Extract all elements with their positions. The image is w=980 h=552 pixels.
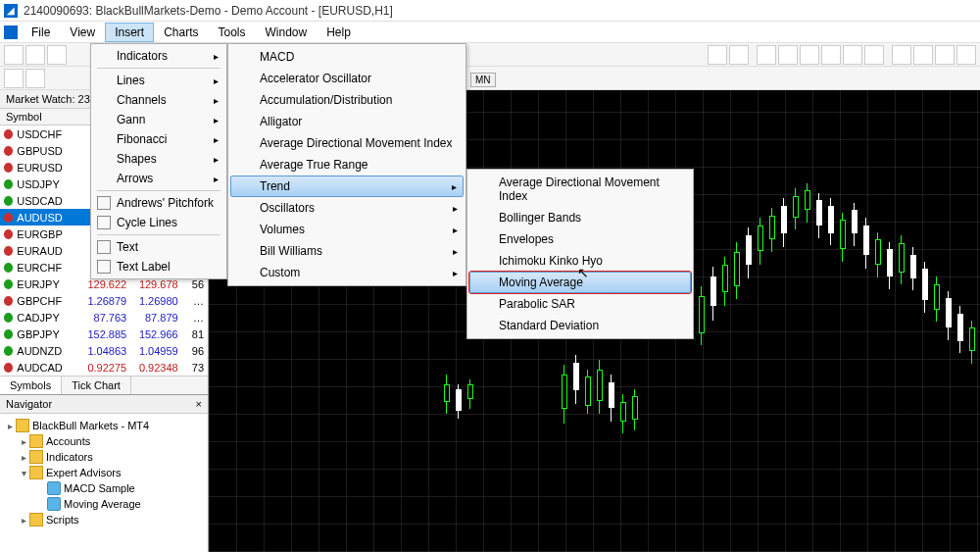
menu-item-standard-deviation[interactable]: Standard Deviation — [469, 315, 691, 336]
direction-icon — [4, 279, 13, 289]
toolbar-button[interactable] — [864, 45, 884, 65]
menu-item-trend[interactable]: Trend — [230, 176, 464, 197]
menu-item-text-label[interactable]: Text Label — [93, 257, 224, 276]
menu-item-gann[interactable]: Gann — [93, 110, 224, 129]
menu-item-envelopes[interactable]: Envelopes — [469, 228, 691, 250]
cursor-tool-icon[interactable] — [4, 69, 24, 88]
toolbar-button[interactable] — [843, 45, 862, 65]
menu-item-indicators[interactable]: Indicators — [93, 46, 224, 66]
symbol-name: GBPUSD — [17, 145, 78, 157]
menu-item-andrews-pitchfork[interactable]: Andrews' Pitchfork — [93, 193, 224, 213]
toolbar-button[interactable] — [935, 45, 955, 65]
menu-item-average-directional-movement-index[interactable]: Average Directional Movement Index — [469, 172, 691, 207]
menu-item-arrows[interactable]: Arrows — [93, 169, 224, 188]
tree-item[interactable]: MACD Sample — [4, 480, 204, 496]
tree-item[interactable]: ▾Expert Advisors — [4, 465, 204, 480]
menu-tools[interactable]: Tools — [209, 23, 256, 42]
symbol-name: EURUSD — [17, 162, 78, 174]
spread: … — [182, 312, 204, 324]
menu-item-parabolic-sar[interactable]: Parabolic SAR — [469, 293, 691, 315]
direction-icon — [4, 196, 13, 206]
direction-icon — [4, 313, 13, 323]
menu-item-alligator[interactable]: Alligator — [230, 111, 464, 132]
symbol-row[interactable]: CADJPY87.76387.879… — [0, 309, 208, 326]
node-icon — [47, 481, 61, 495]
folder-icon — [29, 466, 43, 479]
menu-item-fibonacci[interactable]: Fibonacci — [93, 129, 224, 149]
toolbar-button[interactable] — [708, 45, 727, 65]
ask-price: 152.966 — [130, 328, 177, 340]
menu-item-accumulation-distribution[interactable]: Accumulation/Distribution — [230, 89, 464, 111]
menu-item-accelerator-oscillator[interactable]: Accelerator Oscillator — [230, 68, 464, 89]
toolbar-button[interactable] — [729, 45, 749, 65]
direction-icon — [4, 179, 13, 189]
menu-item-channels[interactable]: Channels — [93, 90, 224, 110]
toolbar-button[interactable] — [821, 45, 841, 65]
menu-item-volumes[interactable]: Volumes — [230, 219, 464, 240]
symbol-row[interactable]: GBPCHF1.268791.26980… — [0, 292, 208, 309]
crosshair-tool-icon[interactable] — [25, 69, 45, 88]
symbol-name: AUDCAD — [17, 362, 78, 374]
symbol-name: EURAUD — [17, 245, 78, 257]
direction-icon — [4, 296, 13, 306]
tree-root[interactable]: BlackBull Markets - MT4 — [32, 420, 149, 431]
zoom-in-icon[interactable] — [757, 45, 776, 65]
tab-tick-chart[interactable]: Tick Chart — [62, 376, 131, 394]
toolbar-button[interactable] — [956, 45, 976, 65]
tree-item[interactable]: Moving Average — [4, 496, 204, 512]
menu-view[interactable]: View — [60, 23, 105, 42]
toolbar-button[interactable] — [913, 45, 933, 65]
tree-item[interactable]: ▸Accounts — [4, 433, 204, 449]
menu-item-average-true-range[interactable]: Average True Range — [230, 154, 464, 176]
menu-item-cycle-lines[interactable]: Cycle Lines — [93, 213, 224, 232]
symbol-row[interactable]: AUDCAD0.922750.9234873 — [0, 359, 208, 376]
tab-symbols[interactable]: Symbols — [0, 376, 62, 394]
menu-item-shapes[interactable]: Shapes — [93, 149, 224, 169]
bid-price: 1.04863 — [79, 345, 126, 357]
direction-icon — [4, 263, 13, 273]
menu-item-average-directional-movement-index[interactable]: Average Directional Movement Index — [230, 132, 464, 154]
navigator-header: Navigator — [6, 398, 52, 410]
close-icon[interactable]: × — [196, 398, 202, 410]
menu-item-macd[interactable]: MACD — [230, 46, 464, 68]
direction-icon — [4, 329, 13, 339]
direction-icon — [4, 246, 13, 256]
zoom-out-icon[interactable] — [778, 45, 798, 65]
toolbar-button[interactable] — [892, 45, 911, 65]
direction-icon — [4, 346, 13, 356]
menu-item-bollinger-bands[interactable]: Bollinger Bands — [469, 207, 691, 228]
menu-item-oscillators[interactable]: Oscillators — [230, 197, 464, 219]
menu-window[interactable]: Window — [256, 23, 318, 42]
timeframe-badge[interactable]: MN — [470, 73, 496, 87]
toolbar-button[interactable] — [4, 45, 24, 65]
toolbar-button[interactable] — [800, 45, 819, 65]
menu-insert[interactable]: Insert — [105, 23, 154, 42]
spread: 81 — [182, 328, 204, 340]
tree-item[interactable]: ▸Scripts — [4, 512, 204, 527]
indicators-submenu: MACDAccelerator OscillatorAccumulation/D… — [227, 43, 466, 286]
direction-icon — [4, 363, 13, 373]
symbol-row[interactable]: GBPJPY152.885152.96681 — [0, 326, 208, 342]
symbol-name: EURCHF — [17, 262, 78, 274]
menu-item-bill-williams[interactable]: Bill Williams — [230, 240, 464, 262]
menu-help[interactable]: Help — [317, 23, 361, 42]
menu-item-text[interactable]: Text — [93, 237, 224, 257]
direction-icon — [4, 163, 13, 173]
menu-item-lines[interactable]: Lines — [93, 71, 224, 90]
direction-icon — [4, 213, 13, 223]
ask-price: 0.92348 — [130, 362, 177, 374]
symbol-name: GBPJPY — [17, 328, 78, 340]
folder-icon — [29, 450, 43, 464]
tree-item[interactable]: ▸Indicators — [4, 449, 204, 465]
menu-charts[interactable]: Charts — [154, 23, 208, 42]
app-icon: ◢ — [4, 4, 18, 18]
spread: 96 — [182, 345, 204, 357]
menu-file[interactable]: File — [22, 23, 60, 42]
toolbar-button[interactable] — [25, 45, 45, 65]
menu-item-custom[interactable]: Custom — [230, 262, 464, 283]
symbol-name: USDCAD — [17, 195, 78, 207]
folder-icon — [16, 419, 29, 432]
bid-price: 87.763 — [79, 312, 126, 324]
symbol-row[interactable]: AUDNZD1.048631.0495996 — [0, 342, 208, 359]
toolbar-button[interactable] — [47, 45, 67, 65]
